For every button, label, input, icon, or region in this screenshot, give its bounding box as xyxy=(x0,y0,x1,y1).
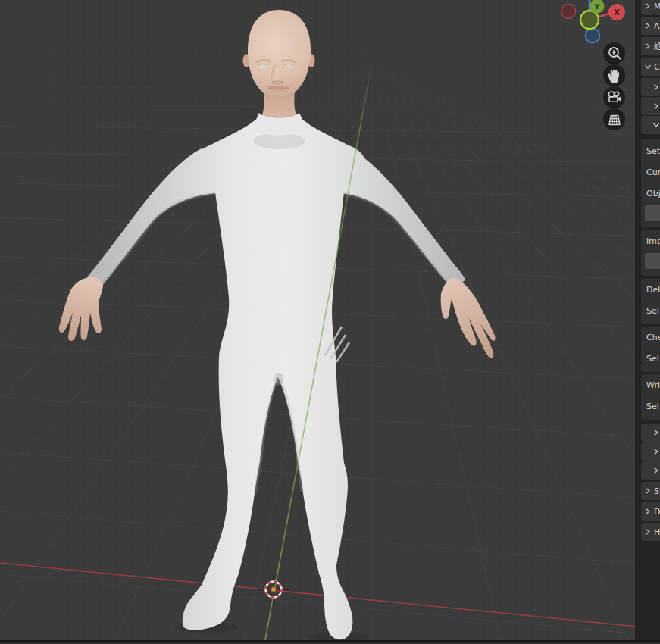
gizmo-axis-x-positive[interactable]: X xyxy=(608,4,625,20)
panel-text: Sel xyxy=(646,306,659,316)
panel-text: Sel xyxy=(646,354,659,364)
chevron-right-icon xyxy=(652,429,660,436)
chevron-right-icon xyxy=(644,528,652,536)
sidebar-panel-column: M Ap 処 C Set Cur Obj Imp xyxy=(635,0,660,640)
zoom-tool-button[interactable] xyxy=(603,42,625,64)
model-right-hand xyxy=(441,277,496,358)
camera-icon xyxy=(604,87,625,108)
panel-text: Che xyxy=(646,333,660,342)
panel-body-4: Che Sel xyxy=(641,327,660,372)
horizon-fade xyxy=(0,0,635,133)
chevron-right-icon xyxy=(644,508,652,515)
viewport-canvas[interactable] xyxy=(0,0,635,640)
ortho-grid-icon xyxy=(604,109,625,130)
viewport-3d[interactable] xyxy=(0,0,635,640)
panel-text: Obj xyxy=(646,189,660,199)
chevron-right-icon xyxy=(652,83,660,91)
panel-header-label: Sy xyxy=(654,487,660,496)
magnifier-plus-icon xyxy=(604,43,625,64)
subpanel-header-3[interactable] xyxy=(641,116,660,134)
panel-header-2[interactable]: Ap xyxy=(641,17,660,35)
panel-button[interactable] xyxy=(645,253,660,269)
blender-window: Y X xyxy=(0,0,660,644)
gizmo-y-label: Y xyxy=(594,2,600,11)
panel-body-2: Imp xyxy=(641,230,660,276)
subpanel-header-1[interactable] xyxy=(641,78,660,96)
subpanel-header-2[interactable] xyxy=(641,97,660,115)
panel-header-5[interactable]: Sy xyxy=(641,482,660,500)
chevron-right-icon xyxy=(644,487,652,495)
panel-header-1[interactable]: M xyxy=(641,0,660,15)
chevron-right-icon xyxy=(644,42,652,50)
panel-header-3[interactable]: 処 xyxy=(641,37,660,55)
chevron-right-icon xyxy=(644,22,652,30)
hand-icon xyxy=(604,65,625,86)
panel-header-7[interactable]: Ha xyxy=(641,523,660,541)
panel-header-label: Ap xyxy=(654,22,660,30)
panel-header-label: M xyxy=(654,2,660,11)
cursor-3d xyxy=(258,574,289,605)
panel-body-5: Wri Sel xyxy=(641,374,660,420)
subpanel-header-4[interactable] xyxy=(641,424,660,442)
chevron-right-icon xyxy=(644,2,652,10)
panel-body-1: Set Cur Obj xyxy=(641,139,660,227)
chevron-down-icon xyxy=(644,63,652,70)
panel-text: Cur xyxy=(646,167,660,177)
chevron-right-icon xyxy=(652,448,660,455)
panel-header-label: De xyxy=(654,508,660,516)
panel-header-6[interactable]: De xyxy=(641,502,660,521)
subpanel-header-6[interactable] xyxy=(641,461,660,480)
crotch-shade xyxy=(274,373,283,385)
gizmo-axis-x-negative[interactable] xyxy=(561,5,576,19)
nav-gizmo[interactable]: Y X xyxy=(552,0,627,47)
chevron-right-icon xyxy=(652,102,660,110)
panel-text: Imp xyxy=(646,236,660,246)
panel-text: Set xyxy=(646,146,660,156)
panel-header-label: 処 xyxy=(654,42,660,51)
gizmo-axis-y-negative[interactable] xyxy=(580,11,599,29)
chevron-down-icon xyxy=(652,121,660,129)
panel-header-label: Ha xyxy=(654,528,660,536)
chevron-right-icon xyxy=(652,467,660,474)
gizmo-axis-z-negative[interactable] xyxy=(586,29,600,43)
x-axis-line xyxy=(0,563,635,629)
camera-view-button[interactable] xyxy=(603,86,625,108)
subpanel-header-5[interactable] xyxy=(641,442,660,461)
panel-text: Sel xyxy=(646,402,659,411)
status-bar xyxy=(0,640,660,644)
panel-text: Wri xyxy=(646,380,660,390)
panel-header-4[interactable]: C xyxy=(641,58,660,76)
panel-header-label: C xyxy=(654,63,660,71)
pan-tool-button[interactable] xyxy=(603,64,625,86)
gizmo-x-label: X xyxy=(614,8,620,17)
panel-body-3: Del Sel xyxy=(641,279,660,324)
perspective-toggle-button[interactable] xyxy=(603,108,625,130)
panel-text: Del xyxy=(646,285,660,295)
panel-button[interactable] xyxy=(645,205,660,221)
model-left-hand xyxy=(59,277,103,341)
